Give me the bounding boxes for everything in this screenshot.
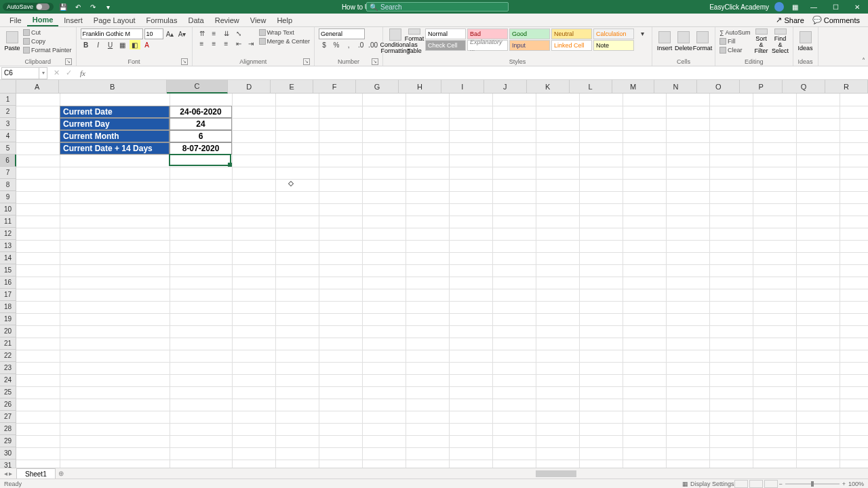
maximize-icon[interactable]: ☐ <box>827 0 844 14</box>
style-note[interactable]: Note <box>593 40 634 51</box>
number-launcher-icon[interactable]: ↘ <box>372 58 378 65</box>
fill-button[interactable]: Fill <box>719 37 750 45</box>
orientation-icon[interactable]: ⤡ <box>233 28 244 38</box>
col-header-N[interactable]: N <box>654 80 697 94</box>
sheet-tab[interactable]: Sheet1 <box>16 468 56 479</box>
number-format-select[interactable]: General <box>319 28 365 39</box>
table-value-cell[interactable]: 8-07-2020 <box>170 142 232 155</box>
select-all-corner[interactable] <box>0 80 16 94</box>
spreadsheet-grid[interactable]: ABCDEFGHIJKLMNOPQR 123456789101112131415… <box>0 80 868 469</box>
formula-input[interactable] <box>88 67 868 79</box>
row-header-19[interactable]: 19 <box>0 313 16 325</box>
sheet-nav-prev-icon[interactable]: ◂ <box>4 470 7 477</box>
table-label-cell[interactable]: Current Date + 14 Days <box>60 142 170 155</box>
row-header-4[interactable]: 4 <box>0 130 16 142</box>
copy-button[interactable]: Copy <box>23 37 72 45</box>
row-header-7[interactable]: 7 <box>0 167 16 179</box>
table-label-cell[interactable]: Current Date <box>60 106 170 118</box>
font-size-select[interactable]: 10 <box>144 28 163 39</box>
row-header-10[interactable]: 10 <box>0 203 16 216</box>
col-header-F[interactable]: F <box>313 80 356 94</box>
table-label-cell[interactable]: Current Month <box>60 130 170 142</box>
style-check-cell[interactable]: Check Cell <box>425 40 466 51</box>
col-header-A[interactable]: A <box>16 80 59 94</box>
redo-icon[interactable]: ↷ <box>87 1 98 12</box>
style-input[interactable]: Input <box>509 40 550 51</box>
zoom-out-icon[interactable]: − <box>778 481 782 487</box>
table-label-cell[interactable]: Current Day <box>60 118 170 130</box>
row-header-6[interactable]: 6 <box>0 155 16 167</box>
align-right-icon[interactable]: ≡ <box>221 39 232 48</box>
tab-file[interactable]: File <box>4 14 27 26</box>
row-header-25[interactable]: 25 <box>0 386 16 399</box>
fx-icon[interactable]: fx <box>77 69 88 77</box>
accounting-icon[interactable]: $ <box>319 40 330 49</box>
clear-button[interactable]: Clear <box>719 46 750 54</box>
italic-button[interactable]: I <box>93 40 104 49</box>
sort-filter-button[interactable]: Sort & Filter <box>753 28 770 54</box>
row-header-13[interactable]: 13 <box>0 240 16 252</box>
col-header-H[interactable]: H <box>399 80 441 94</box>
col-header-G[interactable]: G <box>356 80 399 94</box>
comma-icon[interactable]: , <box>343 40 354 49</box>
col-header-P[interactable]: P <box>740 80 783 94</box>
row-header-21[interactable]: 21 <box>0 338 16 350</box>
tab-review[interactable]: Review <box>210 14 245 26</box>
row-header-27[interactable]: 27 <box>0 411 16 423</box>
zoom-slider[interactable] <box>785 483 840 485</box>
comments-button[interactable]: 💬Comments <box>808 16 864 24</box>
col-header-C[interactable]: C <box>167 80 228 94</box>
style-calculation[interactable]: Calculation <box>593 28 634 39</box>
tab-formulas[interactable]: Formulas <box>141 14 183 26</box>
sheet-nav-next-icon[interactable]: ▸ <box>9 470 12 477</box>
col-header-J[interactable]: J <box>484 80 527 94</box>
name-box[interactable]: C6 <box>1 67 39 79</box>
paste-button[interactable]: Paste <box>4 28 20 54</box>
col-header-I[interactable]: I <box>441 80 484 94</box>
format-cells-button[interactable]: Format <box>694 28 711 54</box>
style-good[interactable]: Good <box>509 28 550 39</box>
qat-customize-icon[interactable]: ▾ <box>102 1 113 12</box>
find-select-button[interactable]: Find & Select <box>772 28 789 54</box>
name-box-dropdown-icon[interactable]: ▾ <box>39 67 47 79</box>
tab-insert[interactable]: Insert <box>58 14 88 26</box>
bold-button[interactable]: B <box>81 40 92 49</box>
row-header-5[interactable]: 5 <box>0 142 16 155</box>
decrease-indent-icon[interactable]: ⇤ <box>233 39 244 48</box>
row-header-14[interactable]: 14 <box>0 252 16 264</box>
row-header-16[interactable]: 16 <box>0 277 16 289</box>
table-value-cell[interactable]: 24 <box>170 118 232 130</box>
col-header-K[interactable]: K <box>527 80 570 94</box>
row-header-11[interactable]: 11 <box>0 216 16 228</box>
style-neutral[interactable]: Neutral <box>551 28 592 39</box>
row-header-1[interactable]: 1 <box>0 94 16 106</box>
zoom-level[interactable]: 100% <box>848 481 864 487</box>
close-icon[interactable]: ✕ <box>849 0 865 14</box>
col-header-E[interactable]: E <box>271 80 313 94</box>
col-header-M[interactable]: M <box>612 80 655 94</box>
col-header-D[interactable]: D <box>228 80 271 94</box>
cut-button[interactable]: Cut <box>23 28 72 37</box>
increase-decimal-icon[interactable]: .0 <box>355 40 366 49</box>
font-name-select[interactable]: Franklin Gothic M <box>81 28 143 39</box>
style-normal[interactable]: Normal <box>425 28 466 39</box>
format-painter-button[interactable]: Format Painter <box>23 46 72 54</box>
style-explanatory[interactable]: Explanatory ... <box>467 40 508 51</box>
col-header-Q[interactable]: Q <box>783 80 825 94</box>
align-middle-icon[interactable]: ≡ <box>209 28 220 38</box>
undo-icon[interactable]: ↶ <box>73 1 83 12</box>
view-page-layout-icon[interactable] <box>749 480 763 488</box>
tab-data[interactable]: Data <box>182 14 209 26</box>
col-header-L[interactable]: L <box>570 80 612 94</box>
decrease-font-icon[interactable]: A▾ <box>177 29 188 39</box>
font-launcher-icon[interactable]: ↘ <box>181 58 188 65</box>
row-header-29[interactable]: 29 <box>0 435 16 447</box>
col-header-O[interactable]: O <box>697 80 740 94</box>
col-header-R[interactable]: R <box>825 80 868 94</box>
table-value-cell[interactable]: 24-06-2020 <box>170 106 232 118</box>
fill-color-button[interactable]: ◧ <box>130 40 140 49</box>
tab-view[interactable]: View <box>245 14 272 26</box>
table-value-cell[interactable]: 6 <box>170 130 232 142</box>
row-header-3[interactable]: 3 <box>0 118 16 130</box>
autosave-toggle[interactable]: AutoSave <box>3 3 54 11</box>
